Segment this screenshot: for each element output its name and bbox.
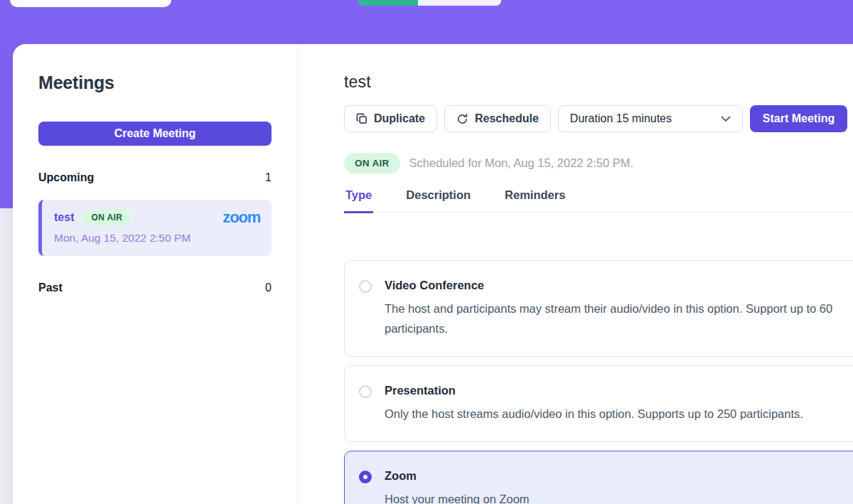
reschedule-label: Reschedule — [475, 112, 539, 125]
meeting-list-item[interactable]: test ON AIR zoom Mon, Aug 15, 2022 2:50 … — [38, 200, 272, 256]
past-label: Past — [38, 282, 63, 294]
option-text: Video Conference The host and participan… — [385, 279, 853, 338]
progress-bar-fill — [358, 0, 418, 6]
scheduled-text: Scheduled for Mon, Aug 15, 2022 2:50 PM. — [409, 156, 634, 170]
start-meeting-button[interactable]: Start Meeting — [750, 105, 847, 132]
status-row: ON AIR Scheduled for Mon, Aug 15, 2022 2… — [344, 153, 853, 173]
option-text: Presentation Only the host streams audio… — [385, 384, 803, 424]
create-meeting-button[interactable]: Create Meeting — [38, 122, 272, 146]
main-panel: Meetings Create Meeting Upcoming 1 test … — [13, 44, 853, 504]
meeting-detail: test Duplicate Reschedule Duration 15 mi… — [298, 44, 853, 504]
reschedule-button[interactable]: Reschedule — [444, 105, 551, 132]
meetings-sidebar: Meetings Create Meeting Upcoming 1 test … — [13, 44, 297, 504]
upcoming-count: 1 — [265, 171, 272, 184]
option-description: Host your meeting on Zoom — [385, 489, 530, 504]
meeting-name: test — [54, 211, 74, 224]
progress-bar — [358, 0, 501, 6]
radio-video-conference[interactable] — [359, 280, 372, 293]
upcoming-label: Upcoming — [38, 171, 94, 184]
duration-select[interactable]: Duration 15 minutes — [558, 105, 743, 132]
duplicate-button[interactable]: Duplicate — [344, 105, 437, 132]
tab-type[interactable]: Type — [344, 188, 373, 213]
past-section-header: Past 0 — [38, 282, 272, 294]
radio-presentation[interactable] — [359, 385, 372, 398]
option-presentation[interactable]: Presentation Only the host streams audio… — [344, 365, 853, 442]
onair-badge-small: ON AIR — [82, 209, 131, 226]
zoom-logo: zoom — [222, 210, 260, 225]
meeting-datetime: Mon, Aug 15, 2022 2:50 PM — [54, 232, 260, 245]
meeting-type-options: Video Conference The host and participan… — [344, 260, 853, 504]
radio-zoom[interactable] — [359, 471, 372, 483]
upcoming-section-header: Upcoming 1 — [38, 171, 272, 184]
onair-badge: ON AIR — [344, 153, 400, 173]
option-title: Presentation — [385, 384, 803, 397]
past-count: 0 — [265, 282, 272, 294]
toolbar: Duplicate Reschedule Duration 15 minutes… — [344, 105, 853, 132]
copy-icon — [356, 113, 368, 124]
tab-bar: Type Description Reminders — [344, 188, 853, 213]
option-description: Only the host streams audio/video in thi… — [385, 404, 803, 424]
refresh-icon — [456, 113, 468, 125]
page-title: test — [344, 73, 853, 92]
tab-description[interactable]: Description — [404, 188, 472, 213]
duplicate-label: Duplicate — [374, 112, 425, 125]
option-description: The host and participants may stream the… — [385, 299, 853, 338]
tab-reminders[interactable]: Reminders — [503, 188, 567, 213]
option-video-conference[interactable]: Video Conference The host and participan… — [344, 260, 853, 357]
topbar-cutoff-card — [10, 0, 171, 7]
option-title: Video Conference — [385, 279, 853, 292]
option-zoom[interactable]: Zoom Host your meeting on Zoom — [344, 451, 853, 504]
start-meeting-label: Start Meeting — [763, 112, 835, 125]
option-title: Zoom — [385, 469, 530, 483]
duration-value: Duration 15 minutes — [570, 112, 672, 125]
option-text: Zoom Host your meeting on Zoom — [385, 469, 530, 504]
meeting-item-row: test ON AIR zoom — [54, 209, 260, 226]
sidebar-title: Meetings — [38, 73, 272, 93]
chevron-down-icon — [721, 116, 731, 122]
